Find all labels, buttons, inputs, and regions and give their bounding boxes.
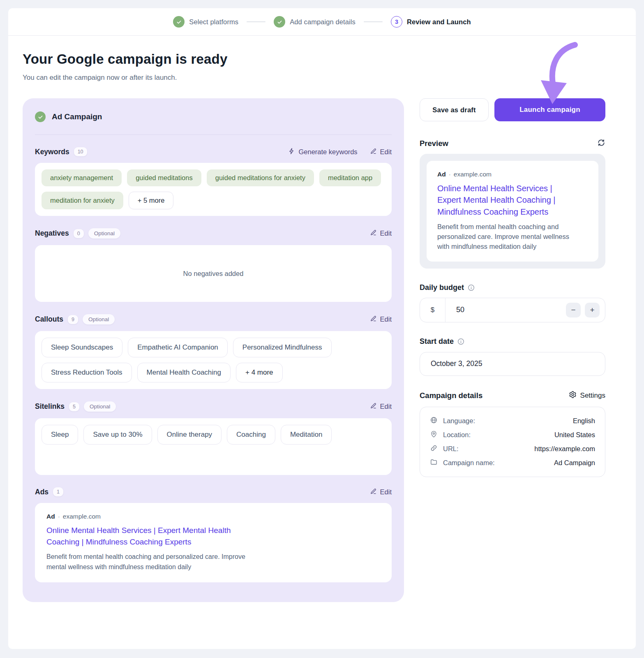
detail-row-url: URL: https://example.com: [430, 443, 595, 454]
detail-label: Campaign name:: [443, 459, 495, 467]
ads-title: Ads: [35, 488, 48, 496]
detail-label: URL:: [443, 445, 459, 453]
ad-domain: example.com: [63, 513, 101, 520]
step-number-badge: 3: [391, 16, 402, 28]
detail-value: English: [573, 417, 595, 425]
budget-value[interactable]: 50: [445, 306, 464, 314]
callout-chip: Sleep Soundscapes: [42, 338, 122, 357]
callouts-count-badge: 9: [68, 315, 78, 324]
ad-description: Benefit from mental health coaching and …: [46, 552, 254, 572]
ad-domain: example.com: [454, 171, 492, 178]
keywords-edit-button[interactable]: Edit: [370, 148, 392, 156]
keywords-title: Keywords: [35, 148, 69, 156]
ads-edit-label: Edit: [380, 488, 392, 496]
settings-label: Settings: [580, 392, 605, 400]
gear-icon: [569, 391, 577, 401]
ad-headline-link: Online Mental Health Services | Expert M…: [46, 525, 236, 547]
start-date-value: October 3, 2025: [431, 359, 482, 368]
start-date-input[interactable]: October 3, 2025: [420, 352, 605, 376]
edit-pencil-icon: [370, 148, 377, 156]
link-icon: [430, 444, 438, 454]
keywords-section-header: Keywords 10 Generate keywords Edit: [35, 147, 392, 156]
campaign-details-title: Campaign details: [420, 391, 482, 400]
settings-button[interactable]: Settings: [569, 391, 605, 401]
negatives-edit-button[interactable]: Edit: [370, 229, 392, 238]
callout-chip: Mental Health Coaching: [137, 363, 231, 382]
location-pin-icon: [430, 430, 438, 440]
step-select-platforms[interactable]: Select platforms: [173, 16, 238, 28]
step-review-and-launch[interactable]: 3 Review and Launch: [391, 16, 471, 28]
negatives-optional-badge: Optional: [88, 228, 120, 239]
keyword-chip: guided meditations: [127, 169, 201, 186]
ads-section-header: Ads 1 Edit: [35, 487, 392, 496]
budget-decrease-button[interactable]: −: [566, 303, 581, 317]
lightning-icon: [288, 148, 295, 156]
ads-count-badge: 1: [53, 487, 63, 496]
edit-pencil-icon: [370, 402, 377, 411]
callouts-edit-button[interactable]: Edit: [370, 315, 392, 324]
detail-row-language: Language: English: [430, 415, 595, 426]
campaign-details-card: Language: English Location: United State…: [420, 407, 605, 477]
info-icon[interactable]: [457, 338, 464, 345]
budget-increase-button[interactable]: +: [585, 303, 600, 317]
campaign-check-icon: [35, 111, 46, 122]
keywords-card: anxiety management guided meditations gu…: [35, 163, 392, 216]
info-icon[interactable]: [468, 284, 475, 291]
step-add-campaign-details[interactable]: Add campaign details: [274, 16, 355, 28]
callouts-edit-label: Edit: [380, 315, 392, 323]
callouts-title: Callouts: [35, 315, 63, 324]
sitelinks-edit-label: Edit: [380, 403, 392, 410]
save-as-draft-button[interactable]: Save as draft: [420, 98, 489, 121]
keyword-chip: guided meditations for anxiety: [207, 169, 314, 186]
campaign-panel-title: Ad Campaign: [52, 112, 102, 121]
refresh-preview-button[interactable]: [597, 139, 605, 148]
edit-pencil-icon: [370, 488, 377, 496]
step-label: Add campaign details: [290, 18, 355, 26]
step-connector: [364, 21, 383, 22]
negatives-title: Negatives: [35, 229, 69, 238]
wizard-stepper: Select platforms Add campaign details 3 …: [8, 8, 636, 36]
ad-tag: Ad: [46, 513, 55, 520]
step-label: Review and Launch: [407, 18, 471, 26]
detail-label: Language:: [443, 417, 475, 425]
detail-value: https://example.com: [534, 445, 595, 453]
callouts-section-header: Callouts 9 Optional Edit: [35, 314, 392, 324]
callouts-optional-badge: Optional: [83, 314, 115, 324]
detail-label: Location:: [443, 431, 471, 439]
keywords-count-badge: 10: [74, 147, 87, 156]
sitelink-chip: Online therapy: [157, 425, 222, 445]
sitelinks-optional-badge: Optional: [84, 401, 116, 412]
currency-symbol: $: [420, 298, 445, 322]
callouts-more-button[interactable]: + 4 more: [236, 363, 283, 382]
step-done-check-icon: [274, 16, 285, 28]
keywords-edit-label: Edit: [380, 148, 392, 156]
daily-budget-label: Daily budget: [420, 283, 464, 292]
ad-preview-card: Ad · example.com Online Mental Health Se…: [35, 503, 392, 582]
sitelink-chip: Save up to 30%: [83, 425, 152, 445]
sitelink-chip: Sleep: [42, 425, 78, 445]
keyword-chip: meditation for anxiety: [42, 192, 123, 209]
step-label: Select platforms: [189, 18, 238, 26]
ad-dot-separator: ·: [58, 513, 60, 520]
ad-dot-separator: ·: [449, 171, 451, 178]
sitelinks-count-badge: 5: [69, 402, 79, 411]
daily-budget-input[interactable]: $ 50 − +: [420, 298, 605, 322]
preview-title: Preview: [420, 139, 448, 148]
negatives-edit-label: Edit: [380, 229, 392, 237]
launch-campaign-button[interactable]: Launch campaign: [494, 98, 605, 121]
keywords-more-button[interactable]: + 5 more: [129, 192, 174, 209]
sitelinks-title: Sitelinks: [35, 402, 65, 411]
preview-ad-card: Ad · example.com Online Mental Health Se…: [427, 161, 598, 262]
ads-edit-button[interactable]: Edit: [370, 488, 392, 496]
sitelinks-edit-button[interactable]: Edit: [370, 402, 392, 411]
callout-chip: Empathetic AI Companion: [128, 338, 228, 357]
generate-keywords-button[interactable]: Generate keywords: [288, 148, 357, 156]
sitelink-chip: Coaching: [227, 425, 275, 445]
preview-ad-headline-link: Online Mental Health Services | Expert M…: [437, 183, 569, 218]
edit-pencil-icon: [370, 229, 377, 238]
folder-icon: [430, 458, 438, 468]
sitelink-chip: Meditation: [281, 425, 332, 445]
globe-icon: [430, 416, 438, 426]
preview-frame: Ad · example.com Online Mental Health Se…: [420, 154, 605, 269]
negatives-section-header: Negatives 0 Optional Edit: [35, 228, 392, 239]
